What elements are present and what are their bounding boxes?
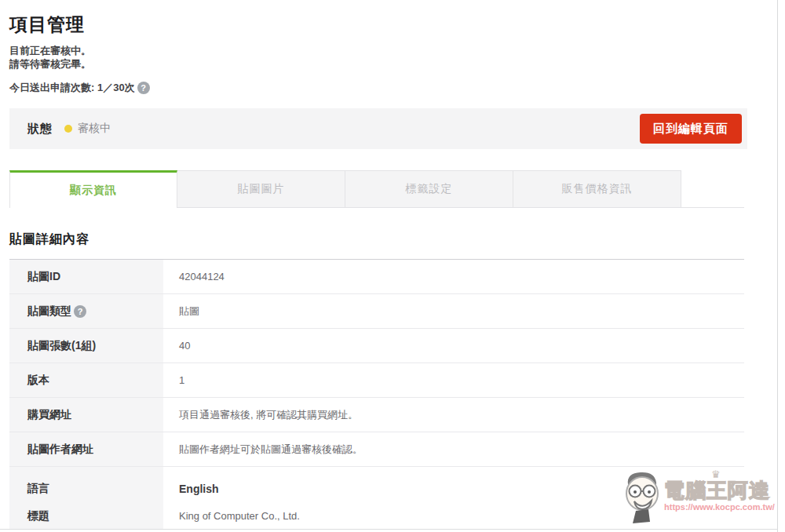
language-title-labels: 語言 標題 (9, 467, 163, 529)
table-row-purchase-url: 購買網址 項目通過審核後, 將可確認其購買網址。 (9, 398, 744, 432)
help-icon[interactable]: ? (74, 305, 86, 318)
tab-sticker-images[interactable]: 貼圖圖片 (177, 170, 345, 207)
title-value: King of Computer Co., Ltd. (179, 502, 744, 530)
request-count-line: 今日送出申請次數: 1／30次 ? (9, 81, 785, 95)
row-label: 貼圖ID (9, 260, 163, 293)
row-value: 貼圖 (163, 294, 744, 328)
row-value: 40 (163, 329, 744, 363)
review-note-line1: 目前正在審核中。 (9, 44, 785, 57)
status-label: 狀態 (27, 122, 53, 137)
review-note-line2: 請等待審核完畢。 (9, 57, 785, 71)
table-row-version: 版本 1 (9, 363, 744, 398)
row-value: 項目通過審核後, 將可確認其購買網址。 (163, 398, 744, 432)
row-label: 版本 (9, 363, 163, 397)
window-bottom-edge (0, 529, 777, 530)
row-value: 42044124 (163, 260, 744, 293)
row-label-text: 貼圖類型 (27, 304, 71, 319)
table-row-sticker-count: 貼圖張數(1組) 40 (9, 329, 744, 363)
row-value: 1 (163, 363, 744, 397)
help-icon[interactable]: ? (137, 82, 150, 94)
row-label: 貼圖作者網址 (9, 432, 163, 466)
language-title-values: English King of Computer Co., Ltd. (163, 467, 744, 529)
title-label: 標題 (27, 502, 163, 530)
page-content: 項目管理 目前正在審核中。 請等待審核完畢。 今日送出申請次數: 1／30次 ?… (0, 0, 785, 530)
tab-display-info[interactable]: 顯示資訊 (9, 170, 177, 208)
row-label: 貼圖張數(1組) (9, 329, 163, 363)
section-heading: 貼圖詳細內容 (9, 231, 785, 248)
status-value: 審核中 (78, 122, 111, 136)
row-label: 購買網址 (9, 398, 163, 432)
row-label: 貼圖類型 ? (9, 294, 163, 328)
row-value: 貼圖作者網址可於貼圖通過審核後確認。 (163, 432, 744, 466)
back-to-edit-button[interactable]: 回到編輯頁面 (640, 114, 742, 144)
table-row-language-title: 語言 標題 English King of Computer Co., Ltd. (9, 467, 744, 530)
request-count-text: 今日送出申請次數: 1／30次 (9, 81, 135, 95)
page-title: 項目管理 (9, 0, 785, 37)
language-label: 語言 (27, 475, 163, 502)
status-bar: 狀態 審核中 回到編輯頁面 (9, 108, 747, 149)
table-row-sticker-type: 貼圖類型 ? 貼圖 (9, 294, 744, 329)
window-right-edge (777, 0, 778, 532)
table-row-sticker-id: 貼圖ID 42044124 (9, 260, 744, 294)
review-note: 目前正在審核中。 請等待審核完畢。 (9, 44, 785, 71)
tab-tag-settings[interactable]: 標籤設定 (345, 170, 513, 207)
status-dot-icon (64, 125, 72, 133)
tab-bar: 顯示資訊 貼圖圖片 標籤設定 販售價格資訊 (9, 170, 744, 208)
detail-table: 貼圖ID 42044124 貼圖類型 ? 貼圖 貼圖張數(1組) 40 版本 1… (9, 259, 744, 530)
table-row-author-url: 貼圖作者網址 貼圖作者網址可於貼圖通過審核後確認。 (9, 432, 744, 467)
tab-price-info[interactable]: 販售價格資訊 (513, 170, 681, 207)
language-value: English (179, 475, 744, 502)
